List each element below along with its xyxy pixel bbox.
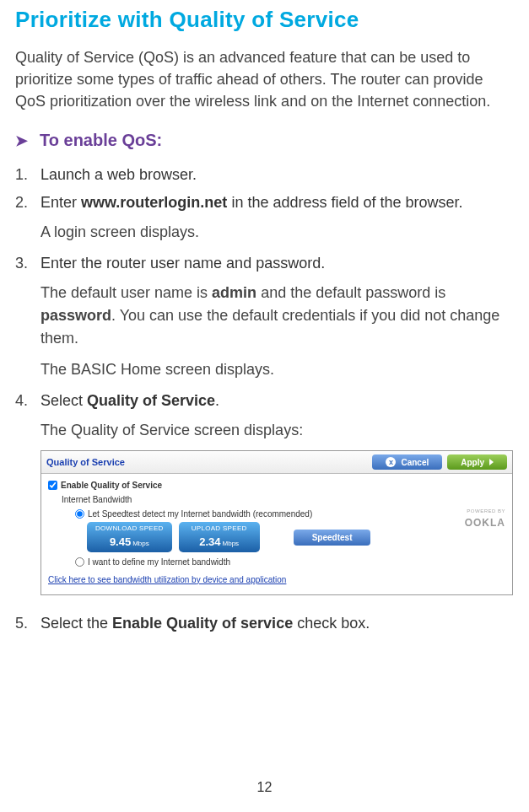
speedtest-button[interactable]: Speedtest <box>294 530 371 546</box>
enable-qos-row[interactable]: Enable Quality of Service <box>48 479 505 492</box>
step-5-prefix: Select the <box>40 615 112 632</box>
step-3-text: Enter the router user name and password. <box>40 255 325 272</box>
intro-text: Quality of Service (QoS) is an advanced … <box>15 46 514 112</box>
radio-define-label: I want to define my Internet bandwidth <box>88 556 230 568</box>
step-2-bold: www.routerlogin.net <box>81 194 227 211</box>
download-unit: Mbps <box>132 540 149 547</box>
step-5-bold: Enable Quality of service <box>112 615 293 632</box>
apply-button[interactable]: Apply <box>447 454 507 470</box>
cancel-button[interactable]: x Cancel <box>372 454 442 470</box>
internet-bandwidth-label: Internet Bandwidth <box>62 493 505 506</box>
chevron-right-icon <box>489 459 494 465</box>
apply-label: Apply <box>461 458 484 467</box>
arrow-icon: ➤ <box>15 132 28 150</box>
radio-detect-row[interactable]: Let Speedtest detect my Internet bandwid… <box>75 508 505 520</box>
radio-define-row[interactable]: I want to define my Internet bandwidth <box>75 556 505 568</box>
powered-by-label: POWERED BY <box>465 508 505 515</box>
step-3a-mid: and the default password is <box>256 284 445 301</box>
step-5-suffix: check box. <box>293 615 370 632</box>
step-3a-bold1: admin <box>212 284 256 301</box>
enable-qos-label: Enable Quality of Service <box>61 479 162 492</box>
subheading: To enable QoS: <box>40 131 162 150</box>
download-label: DOWNLOAD SPEED <box>95 524 164 534</box>
step-1: Launch a web browser. <box>15 164 514 186</box>
radio-detect[interactable] <box>75 509 84 519</box>
qos-body: Enable Quality of Service Internet Bandw… <box>41 474 512 594</box>
cancel-label: Cancel <box>401 458 429 467</box>
step-4-prefix: Select <box>40 392 87 409</box>
page-number: 12 <box>0 780 529 795</box>
step-2-prefix: Enter <box>40 194 81 211</box>
step-4-bold: Quality of Service <box>87 392 215 409</box>
step-1-text: Launch a web browser. <box>40 166 197 183</box>
subheading-row: ➤ To enable QoS: <box>15 131 514 150</box>
upload-unit: Mbps <box>223 540 240 547</box>
upload-gauge: UPLOAD SPEED 2.34Mbps <box>179 522 260 552</box>
step-2-suffix: in the address field of the browser. <box>227 194 462 211</box>
step-3a-bold2: password <box>40 307 111 324</box>
steps-list: Launch a web browser. Enter www.routerlo… <box>15 164 514 635</box>
speedtest-label: Speedtest <box>312 533 353 542</box>
download-value: 9.45 <box>110 535 131 548</box>
qos-header: Quality of Service x Cancel Apply <box>41 451 512 474</box>
step-2-sub: A login screen displays. <box>40 221 514 244</box>
upload-label: UPLOAD SPEED <box>187 524 251 534</box>
step-3-sub-b: The BASIC Home screen displays. <box>40 358 514 381</box>
step-2: Enter www.routerlogin.net in the address… <box>15 191 514 244</box>
radio-define[interactable] <box>75 557 84 567</box>
ookla-brand: POWERED BY OOKLA <box>465 508 505 530</box>
qos-header-title: Quality of Service <box>46 455 125 470</box>
step-5: Select the Enable Quality of service che… <box>15 612 514 635</box>
radio-detect-label: Let Speedtest detect my Internet bandwid… <box>88 508 312 520</box>
upload-value: 2.34 <box>199 535 220 548</box>
ookla-logo: OOKLA <box>465 515 505 530</box>
step-3-sub-a: The default user name is admin and the d… <box>40 282 514 350</box>
download-gauge: DOWNLOAD SPEED 9.45Mbps <box>87 522 172 552</box>
bandwidth-link-row: Click here to see bandwidth utilization … <box>48 573 505 586</box>
speed-row: DOWNLOAD SPEED 9.45Mbps UPLOAD SPEED 2.3… <box>87 522 505 552</box>
step-4: Select Quality of Service. The Quality o… <box>15 390 514 595</box>
enable-qos-checkbox[interactable] <box>48 481 57 490</box>
page-title: Prioritize with Quality of Service <box>15 7 514 33</box>
bandwidth-link[interactable]: Click here to see bandwidth utilization … <box>48 575 286 584</box>
close-icon: x <box>386 457 396 467</box>
step-3: Enter the router user name and password.… <box>15 252 514 381</box>
step-4-sub: The Quality of Service screen displays: <box>40 419 514 442</box>
step-4-suffix: . <box>215 392 219 409</box>
step-3a-prefix: The default user name is <box>40 284 212 301</box>
qos-screenshot: Quality of Service x Cancel Apply Enable… <box>40 450 513 595</box>
